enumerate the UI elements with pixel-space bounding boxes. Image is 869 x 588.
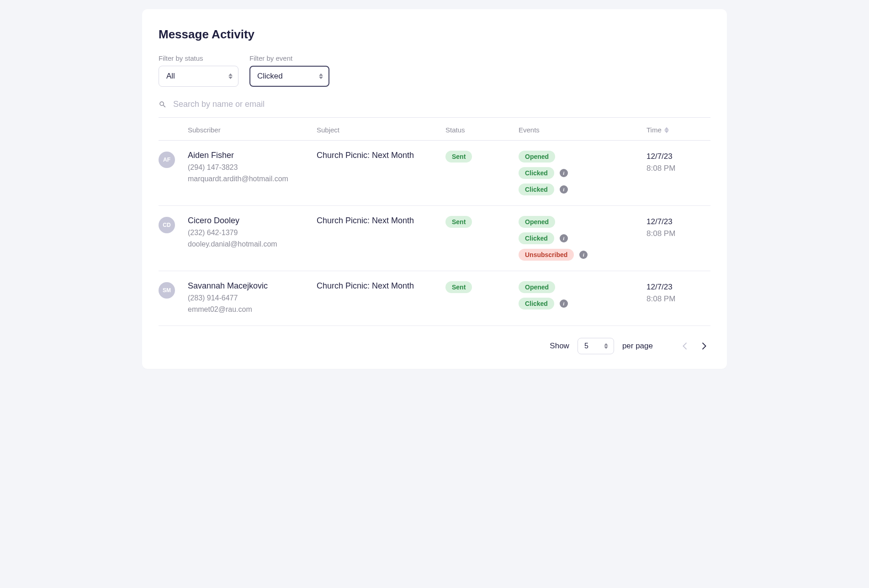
status-badge: Sent [445,281,472,293]
th-time[interactable]: Time [646,126,710,134]
search-icon [159,100,167,109]
subject-cell: Church Picnic: Next Month [317,216,445,226]
filter-event-value: Clicked [257,72,283,80]
filter-event-label: Filter by event [249,54,329,62]
info-icon[interactable]: i [560,185,568,194]
row-date: 12/7/23 [646,281,710,293]
filter-status-select[interactable]: All [159,66,238,87]
table-header: Subscriber Subject Status Events Time [159,118,710,141]
event-line: Clickedi [519,298,646,310]
chevron-updown-icon [228,74,233,79]
filter-status-group: Filter by status All [159,54,238,87]
prev-page-button[interactable] [678,340,690,352]
time-cell: 12/7/238:08 PM [646,281,710,304]
subscriber-cell: Aiden Fisher(294) 147-3823marquardt.ardi… [188,151,317,185]
filter-event-select[interactable]: Clicked [249,66,329,87]
status-cell: Sent [445,281,519,293]
event-line: Opened [519,216,646,228]
filters-row: Filter by status All Filter by event Cli… [159,54,710,87]
info-icon[interactable]: i [560,169,568,177]
status-cell: Sent [445,151,519,163]
event-line: Clickedi [519,184,646,195]
chevron-updown-icon [604,343,608,349]
event-line: Clickedi [519,167,646,179]
th-subscriber: Subscriber [188,126,317,134]
status-cell: Sent [445,216,519,228]
event-badge: Clicked [519,232,554,244]
subscriber-phone: (232) 642-1379 [188,227,317,239]
status-badge: Sent [445,151,472,163]
event-line: Unsubscribedi [519,249,646,261]
pager-show-label: Show [550,341,569,351]
per-page-select[interactable]: 5 [578,338,614,354]
per-page-value: 5 [584,342,588,350]
event-badge: Clicked [519,298,554,310]
search-input[interactable] [173,100,710,109]
pagination: Show 5 per page [159,326,710,354]
th-events: Events [519,126,646,134]
subject-cell: Church Picnic: Next Month [317,281,445,291]
table-row: SMSavannah Macejkovic(283) 914-6477emmet… [159,271,710,326]
activity-table: Subscriber Subject Status Events Time AF… [159,118,710,326]
events-cell: OpenedClickediClickedi [519,151,646,195]
event-line: Clickedi [519,232,646,244]
subscriber-cell: Savannah Macejkovic(283) 914-6477emmet02… [188,281,317,315]
row-date: 12/7/23 [646,216,710,228]
pager-perpage-label: per page [622,341,653,351]
time-cell: 12/7/238:08 PM [646,216,710,239]
th-status: Status [445,126,519,134]
avatar: SM [159,282,175,299]
status-badge: Sent [445,216,472,228]
subscriber-email: dooley.danial@hotmail.com [188,239,317,250]
event-line: Opened [519,151,646,163]
subject-cell: Church Picnic: Next Month [317,151,445,160]
filter-status-label: Filter by status [159,54,238,62]
avatar: CD [159,217,175,233]
event-badge: Clicked [519,167,554,179]
events-cell: OpenedClickediUnsubscribedi [519,216,646,261]
event-badge: Clicked [519,184,554,195]
table-row: AFAiden Fisher(294) 147-3823marquardt.ar… [159,141,710,206]
sort-icon [664,127,669,133]
subscriber-name: Savannah Macejkovic [188,281,317,291]
row-time: 8:08 PM [646,163,710,174]
subscriber-phone: (283) 914-6477 [188,293,317,304]
subscriber-email: marquardt.ardith@hotmail.com [188,173,317,185]
message-activity-card: Message Activity Filter by status All Fi… [142,9,727,369]
event-line: Opened [519,281,646,293]
chevron-right-icon [702,342,707,350]
events-cell: OpenedClickedi [519,281,646,310]
filter-status-value: All [166,72,175,80]
subscriber-email: emmet02@rau.com [188,304,317,315]
search-row [159,100,710,118]
row-time: 8:08 PM [646,228,710,240]
row-time: 8:08 PM [646,293,710,305]
event-badge: Opened [519,216,555,228]
next-page-button[interactable] [699,340,710,352]
subscriber-name: Cicero Dooley [188,216,317,226]
row-date: 12/7/23 [646,151,710,163]
page-title: Message Activity [159,27,710,42]
chevron-updown-icon [319,74,323,79]
table-row: CDCicero Dooley(232) 642-1379dooley.dani… [159,206,710,271]
th-subject: Subject [317,126,445,134]
time-cell: 12/7/238:08 PM [646,151,710,174]
filter-event-group: Filter by event Clicked [249,54,329,87]
subscriber-phone: (294) 147-3823 [188,162,317,173]
subscriber-cell: Cicero Dooley(232) 642-1379dooley.danial… [188,216,317,250]
event-badge: Opened [519,151,555,163]
avatar: AF [159,152,175,168]
chevron-left-icon [682,342,687,350]
info-icon[interactable]: i [579,251,588,259]
subscriber-name: Aiden Fisher [188,151,317,160]
info-icon[interactable]: i [560,299,568,308]
event-badge: Opened [519,281,555,293]
info-icon[interactable]: i [560,234,568,242]
event-badge: Unsubscribed [519,249,574,261]
